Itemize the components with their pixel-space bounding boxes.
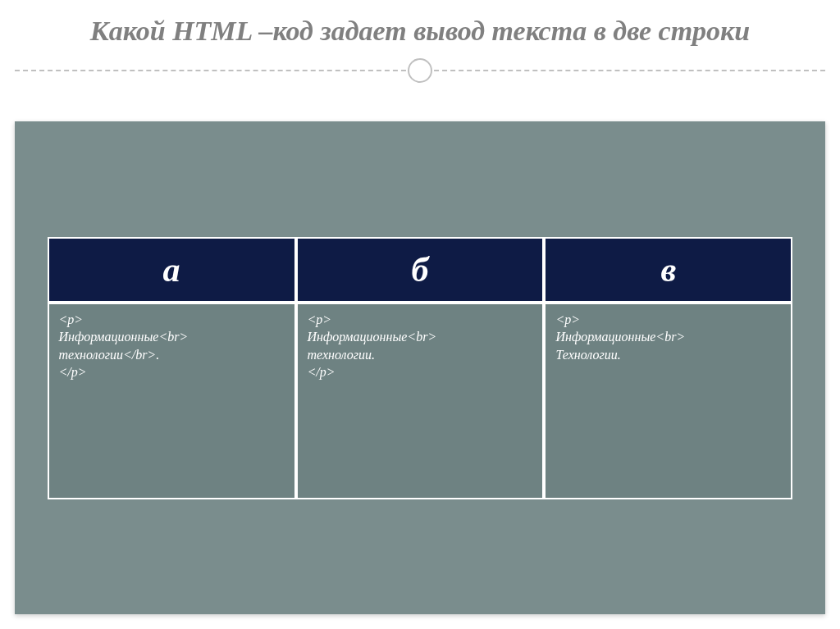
divider bbox=[0, 58, 840, 83]
code-line: <p> bbox=[308, 311, 533, 329]
divider-circle-icon bbox=[408, 58, 432, 83]
slide-title: Какой HTML –код задает вывод текста в дв… bbox=[33, 15, 807, 48]
code-line: Информационные<br> bbox=[308, 328, 533, 346]
cell-v: <p> Информационные<br> Технологии. bbox=[544, 303, 792, 499]
cell-b: <p> Информационные<br> технологии. </p> bbox=[296, 303, 545, 499]
code-line: </p> bbox=[308, 363, 533, 381]
code-line: </p> bbox=[59, 363, 285, 381]
options-table: а б в <p> Информационные<br> технологии<… bbox=[48, 237, 793, 499]
content-area: а б в <p> Информационные<br> технологии<… bbox=[15, 121, 825, 614]
cell-a: <p> Информационные<br> технологии</br>. … bbox=[48, 303, 296, 499]
code-line: технологии. bbox=[308, 346, 533, 364]
code-line: Технологии. bbox=[555, 346, 781, 364]
code-line: <p> bbox=[59, 311, 285, 329]
code-line: технологии</br>. bbox=[59, 346, 285, 364]
code-line: Информационные<br> bbox=[555, 328, 781, 346]
slide: Какой HTML –код задает вывод текста в дв… bbox=[0, 0, 840, 629]
title-area: Какой HTML –код задает вывод текста в дв… bbox=[0, 0, 840, 48]
code-line: Информационные<br> bbox=[59, 328, 285, 346]
column-header-v: в bbox=[544, 237, 792, 303]
column-header-a: а bbox=[48, 237, 296, 303]
code-line: <p> bbox=[555, 311, 781, 329]
column-header-b: б bbox=[296, 237, 545, 303]
